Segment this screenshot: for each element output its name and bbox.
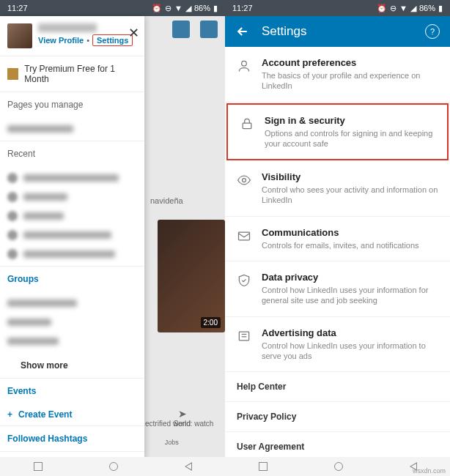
item-desc: Control how LinkedIn uses your informati… (262, 341, 438, 362)
battery-pct: 86% (194, 4, 210, 12)
settings-item-privacy[interactable]: Data privacy Control how LinkedIn uses y… (225, 261, 450, 317)
settings-item-communications[interactable]: Communications Controls for emails, invi… (225, 217, 450, 261)
pages-header: Pages you manage (0, 92, 144, 117)
item-desc: The basics of your profile and experienc… (262, 70, 438, 92)
shield-icon (237, 273, 251, 288)
settings-item-advertising[interactable]: Advertising data Control how LinkedIn us… (225, 317, 450, 373)
show-more[interactable]: Show more (0, 353, 144, 378)
status-icons-r: ⏰ ⊖ ▼ ◢ 86% ▮ (377, 4, 443, 13)
avatar[interactable] (7, 23, 32, 48)
chat-icon[interactable] (200, 21, 218, 38)
user-name-blurred (38, 23, 97, 32)
nav-recent-icon[interactable] (259, 462, 268, 471)
feed-snippet: navideña (150, 196, 183, 205)
tab-jobs[interactable]: Jobs (165, 439, 179, 446)
svg-point-2 (243, 179, 246, 182)
settings-list: Account preferences The basics of your p… (225, 47, 450, 476)
settings-item-visibility[interactable]: Visibility Control who sees your activit… (225, 161, 450, 217)
battery-icon: ▮ (213, 4, 218, 13)
battery-icon: ▮ (438, 4, 443, 13)
settings-item-account[interactable]: Account preferences The basics of your p… (225, 47, 450, 103)
status-bar-right: 11:27 ⏰ ⊖ ▼ ◢ 86% ▮ (225, 0, 450, 16)
svg-point-0 (242, 61, 247, 66)
watermark: wsxdn.com (413, 467, 446, 475)
recent-header: Recent (0, 141, 144, 166)
svg-rect-1 (243, 123, 251, 129)
battery-pct-r: 86% (419, 4, 435, 12)
video-thumbnail[interactable]: 2:00 (158, 220, 225, 332)
page-title: Settings (262, 24, 413, 39)
qr-icon[interactable] (172, 21, 190, 38)
premium-icon (7, 68, 18, 80)
item-title: Advertising data (262, 327, 438, 338)
settings-link[interactable]: Settings (92, 34, 133, 46)
dot-separator: • (86, 36, 89, 45)
send-button[interactable]: ➤ Send (147, 408, 218, 428)
status-time: 11:27 (7, 4, 28, 12)
right-screen: 11:27 ⏰ ⊖ ▼ ◢ 86% ▮ Settings ? Account p… (225, 0, 450, 476)
groups-header[interactable]: Groups (0, 266, 144, 291)
feed-background: 2:00 (144, 16, 225, 460)
nav-home-icon[interactable] (109, 462, 118, 471)
close-icon[interactable]: ✕ (128, 25, 139, 41)
nav-recent-icon[interactable] (34, 462, 43, 471)
status-icons: ⏰ ⊖ ▼ ◢ 86% ▮ (152, 4, 218, 13)
nav-back-icon[interactable] (185, 462, 192, 471)
status-time-r: 11:27 (232, 4, 253, 12)
signal-icon: ◢ (410, 4, 416, 13)
premium-row[interactable]: Try Premium Free for 1 Month (0, 56, 144, 92)
item-title: Account preferences (262, 57, 438, 68)
alarm-icon: ⏰ (377, 4, 387, 13)
premium-text: Try Premium Free for 1 Month (24, 64, 137, 84)
mail-icon (237, 228, 251, 243)
item-title: Data privacy (262, 272, 438, 283)
create-event[interactable]: +Create Event (0, 404, 144, 425)
status-bar-left: 11:27 ⏰ ⊖ ▼ ◢ 86% ▮ (0, 0, 225, 16)
dnd-icon: ⊖ (165, 4, 171, 13)
send-label: Send (147, 420, 218, 428)
back-arrow-icon[interactable] (235, 24, 250, 39)
dnd-icon: ⊖ (390, 4, 396, 13)
wifi-icon: ▼ (174, 4, 182, 12)
item-desc: Options and controls for signing in and … (265, 128, 435, 149)
eye-icon (237, 173, 251, 187)
followed-hashtags[interactable]: Followed Hashtags (0, 425, 144, 451)
item-desc: Controls for emails, invites, and notifi… (262, 240, 438, 250)
nav-drawer: View Profile • Settings ✕ Try Premium Fr… (0, 16, 144, 460)
item-title: Communications (262, 227, 438, 238)
item-desc: Control who sees your activity and infor… (262, 185, 438, 206)
events-header[interactable]: Events (0, 378, 144, 404)
news-icon (237, 329, 251, 343)
android-navbar-left (0, 457, 225, 476)
footer-help[interactable]: Help Center (225, 372, 450, 402)
alarm-icon: ⏰ (152, 4, 162, 13)
nav-home-icon[interactable] (334, 462, 343, 471)
view-profile-link[interactable]: View Profile (38, 36, 84, 45)
item-title: Visibility (262, 171, 438, 182)
signal-icon: ◢ (185, 4, 191, 13)
plus-icon: + (7, 409, 12, 420)
lock-icon (240, 116, 254, 131)
svg-rect-4 (239, 332, 248, 341)
item-title: Sign in & security (265, 115, 435, 126)
wifi-icon: ▼ (399, 4, 407, 12)
blurred-item (7, 125, 73, 133)
footer-privacy[interactable]: Privacy Policy (225, 402, 450, 432)
settings-topbar: Settings ? (225, 16, 450, 47)
create-event-label: Create Event (18, 409, 72, 420)
settings-item-signin[interactable]: Sign in & security Options and controls … (226, 103, 449, 161)
drawer-header: View Profile • Settings ✕ (0, 16, 144, 56)
svg-rect-3 (239, 232, 250, 240)
help-icon[interactable]: ? (425, 24, 440, 39)
left-screen: 11:27 ⏰ ⊖ ▼ ◢ 86% ▮ 2:00 navideña ectrif… (0, 0, 225, 476)
video-duration: 2:00 (201, 317, 221, 328)
person-icon (237, 59, 251, 73)
item-desc: Control how LinkedIn uses your informati… (262, 285, 438, 306)
